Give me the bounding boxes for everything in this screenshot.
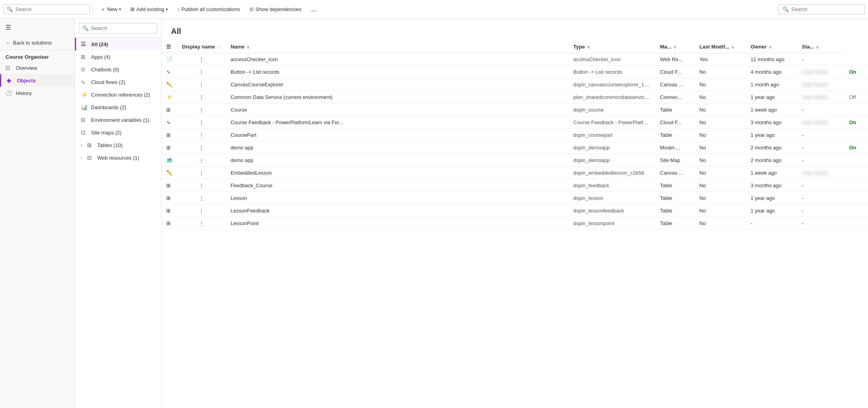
row-more-button[interactable]: ⋮: [177, 205, 226, 217]
nav-item-cloudflows[interactable]: ∿ Cloud flows (2): [75, 76, 161, 88]
table-row[interactable]: ⊞⋮LessonPointdspin_lessonpointTableNo--: [162, 217, 868, 230]
row-type: Table: [655, 192, 695, 205]
row-owner: -: [797, 104, 844, 116]
nav-item-dashboards[interactable]: 📊 Dashboards (2): [75, 101, 161, 114]
webres-icon: ⊟: [87, 155, 94, 161]
row-status: On: [844, 66, 868, 78]
nav-search-input[interactable]: [91, 25, 154, 31]
search-box-right[interactable]: 🔍: [778, 4, 865, 14]
row-name: Button -> List records: [569, 66, 655, 78]
add-existing-button[interactable]: ⊞ Add existing ▾: [126, 4, 172, 15]
row-managed: No: [695, 217, 746, 230]
nav-item-webres[interactable]: › ⊟ Web resources (1): [75, 151, 161, 164]
row-owner: User Name: [797, 78, 844, 91]
table-row[interactable]: ⚡⋮Common Data Service (current environme…: [162, 91, 868, 104]
nav-item-apps[interactable]: ⊞ Apps (4): [75, 50, 161, 63]
row-more-button[interactable]: ⋮: [177, 66, 226, 78]
th-owner[interactable]: Owner ∨: [746, 41, 797, 53]
th-display-name[interactable]: Display name ↑↓: [177, 41, 226, 53]
table-row[interactable]: ⊞⋮CoursePartdspin_coursepartTableNo1 yea…: [162, 129, 868, 142]
publish-button[interactable]: ↑ Publish all customizations: [173, 4, 244, 15]
table-row[interactable]: ∿⋮Course Feedback - PowerPlatformLearn v…: [162, 116, 868, 129]
show-deps-label: Show dependencies: [255, 6, 301, 12]
row-managed: No: [695, 116, 746, 129]
row-more-button[interactable]: ⋮: [177, 167, 226, 179]
nav-item-tables[interactable]: › ⊞ Tables (10): [75, 139, 161, 151]
nav-item-webres-label: Web resources (1): [97, 155, 139, 161]
row-display-name: demo app: [226, 154, 569, 167]
row-owner: -: [797, 217, 844, 230]
nav-item-envvars[interactable]: ⊟ Environment variables (1): [75, 114, 161, 126]
back-to-solutions-button[interactable]: ← Back to solutions: [0, 36, 74, 50]
table-row[interactable]: ⊞⋮demo appdspin_demoappModel-...No2 mont…: [162, 142, 868, 154]
row-more-button[interactable]: ⋮: [177, 78, 226, 91]
row-status: [844, 179, 868, 192]
search-box-top[interactable]: 🔍: [3, 4, 90, 14]
table-row[interactable]: 🗺️⋮demo appdspin_demoappSite MapNo2 mont…: [162, 154, 868, 167]
nav-item-chatbots[interactable]: ⊙ Chatbots (0): [75, 63, 161, 76]
data-table: ☰ Display name ↑↓ Name ∨ Type ∨: [162, 41, 868, 230]
row-status: [844, 53, 868, 66]
table-row[interactable]: ⊞⋮Feedback_Coursedspin_feedbackTableNo3 …: [162, 179, 868, 192]
nav-panel: 🔍 ☰ All (24) ⊞ Apps (4) ⊙ Chatbots (0) ∿…: [75, 19, 162, 408]
table-row[interactable]: 📄⋮accessChecker_iconaccessChecker_iconWe…: [162, 53, 868, 66]
th-name[interactable]: Name ∨: [226, 41, 569, 53]
th-modified[interactable]: Last Modif... ∨: [695, 41, 746, 53]
row-type: Canvas ...: [655, 167, 695, 179]
table-row[interactable]: ⊞⋮Coursedspin_courseTableNo1 week ago-: [162, 104, 868, 116]
th-type[interactable]: Type ∨: [569, 41, 655, 53]
row-managed: No: [695, 142, 746, 154]
row-more-button[interactable]: ⋮: [177, 192, 226, 205]
nav-search-box[interactable]: 🔍: [79, 23, 157, 34]
sidebar: ☰ ← Back to solutions Course Organiser ⊡…: [0, 19, 75, 408]
row-last-modified: 1 week ago: [746, 167, 797, 179]
nav-item-cloudflows-label: Cloud flows (2): [91, 79, 125, 85]
sort-icon-type: ∨: [587, 45, 590, 49]
more-button[interactable]: ...: [307, 3, 321, 16]
sidebar-item-overview-label: Overview: [16, 65, 37, 71]
sort-icon-name: ∨: [247, 45, 249, 49]
row-type: Table: [655, 205, 695, 217]
row-more-button[interactable]: ⋮: [177, 129, 226, 142]
sidebar-item-history[interactable]: 🕐 History: [0, 87, 74, 99]
table-row[interactable]: ∿⋮Button -> List recordsButton -> List r…: [162, 66, 868, 78]
row-more-button[interactable]: ⋮: [177, 104, 226, 116]
row-more-button[interactable]: ⋮: [177, 179, 226, 192]
th-status[interactable]: Sta... ∨: [797, 41, 844, 53]
nav-item-connrefs[interactable]: ⚡ Connection references (2): [75, 88, 161, 101]
th-managed[interactable]: Ma... ∨: [655, 41, 695, 53]
row-more-button[interactable]: ⋮: [177, 53, 226, 66]
sidebar-item-overview[interactable]: ⊡ Overview: [0, 61, 74, 74]
th-selector[interactable]: ☰: [162, 41, 177, 53]
row-last-modified: 2 months ago: [746, 142, 797, 154]
table-row[interactable]: ✏️⋮EmbeddedLessondspin_embeddedlesson_c2…: [162, 167, 868, 179]
show-deps-button[interactable]: ⊙ Show dependencies: [245, 4, 305, 15]
nav-item-sitemaps[interactable]: ⊡ Site maps (2): [75, 126, 161, 139]
sidebar-item-objects[interactable]: ◈ Objects: [0, 74, 74, 87]
publish-label: Publish all customizations: [181, 6, 240, 12]
table-row[interactable]: ⊞⋮LessonFeedbackdspin_lessonfeedbackTabl…: [162, 205, 868, 217]
hamburger-icon[interactable]: ☰: [0, 19, 74, 36]
row-more-button[interactable]: ⋮: [177, 91, 226, 104]
row-type: Web Re...: [655, 53, 695, 66]
row-more-button[interactable]: ⋮: [177, 154, 226, 167]
back-arrow-icon: ←: [6, 40, 11, 46]
search-input-right[interactable]: [791, 6, 861, 12]
row-status: On: [844, 142, 868, 154]
row-last-modified: 1 month ago: [746, 78, 797, 91]
toolbar-left: 🔍 ＋ New ▾ ⊞ Add existing ▾ ↑ Publish all…: [3, 3, 777, 16]
cloudflows-icon: ∿: [81, 79, 88, 85]
table-row[interactable]: ⊞⋮Lessondspin_lessonTableNo1 year ago-: [162, 192, 868, 205]
row-type: Table: [655, 217, 695, 230]
row-more-button[interactable]: ⋮: [177, 217, 226, 230]
row-managed: No: [695, 91, 746, 104]
row-more-button[interactable]: ⋮: [177, 116, 226, 129]
nav-item-all[interactable]: ☰ All (24): [75, 38, 161, 50]
search-input-top[interactable]: [15, 6, 86, 12]
row-more-button[interactable]: ⋮: [177, 142, 226, 154]
table-row[interactable]: ✏️⋮CanvasCourseExplorerdspin_canvascours…: [162, 78, 868, 91]
content-header: All: [162, 19, 868, 41]
row-owner: User Name: [797, 91, 844, 104]
new-button[interactable]: ＋ New ▾: [97, 4, 125, 15]
row-display-name: Feedback_Course: [226, 179, 569, 192]
